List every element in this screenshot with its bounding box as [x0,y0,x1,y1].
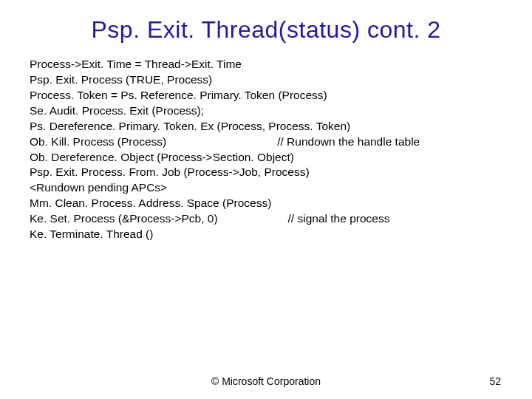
code-line: Process->Exit. Time = Thread->Exit. Time [30,57,502,72]
code-line: Ob. Dereference. Object (Process->Sectio… [30,150,502,166]
slide-title: Psp. Exit. Thread(status) cont. 2 [30,16,502,44]
slide-body: Process->Exit. Time = Thread->Exit. Time… [30,57,502,242]
code-line: Psp. Exit. Process. From. Job (Process->… [30,165,502,180]
code-comment: // Rundown the handle table [277,134,420,150]
code-line: Ke. Set. Process (&Process->Pcb, 0)// si… [30,211,502,227]
slide: Psp. Exit. Thread(status) cont. 2 Proces… [0,0,532,399]
code-text: Ke. Set. Process (&Process->Pcb, 0) [30,211,218,227]
code-text: <Rundown pending APCs> [30,180,167,196]
code-text: Ps. Dereference. Primary. Token. Ex (Pro… [30,119,350,134]
code-text: Process. Token = Ps. Reference. Primary.… [30,88,327,103]
code-line: Ps. Dereference. Primary. Token. Ex (Pro… [30,119,502,134]
code-text: Se. Audit. Process. Exit (Process); [30,103,204,119]
code-line: Process. Token = Ps. Reference. Primary.… [30,88,502,103]
code-line: Mm. Clean. Process. Address. Space (Proc… [30,196,502,211]
code-line: Ob. Kill. Process (Process)// Rundown th… [30,134,502,150]
code-line: Se. Audit. Process. Exit (Process); [30,103,502,119]
code-line: Psp. Exit. Process (TRUE, Process) [30,72,502,88]
code-text: Mm. Clean. Process. Address. Space (Proc… [30,196,271,211]
code-text: Process->Exit. Time = Thread->Exit. Time [30,57,242,72]
code-text: Ke. Terminate. Thread () [30,227,153,242]
code-line: Ke. Terminate. Thread () [30,227,502,242]
code-text: Psp. Exit. Process (TRUE, Process) [30,72,212,88]
code-line: <Rundown pending APCs> [30,180,502,196]
copyright-text: © Microsoft Corporation [211,375,321,387]
spacer [166,134,277,150]
code-comment: // signal the process [288,211,390,227]
code-text: Psp. Exit. Process. From. Job (Process->… [30,165,310,180]
spacer [218,211,288,227]
code-text: Ob. Kill. Process (Process) [30,134,166,150]
page-number: 52 [489,375,501,387]
code-text: Ob. Dereference. Object (Process->Sectio… [30,150,294,166]
